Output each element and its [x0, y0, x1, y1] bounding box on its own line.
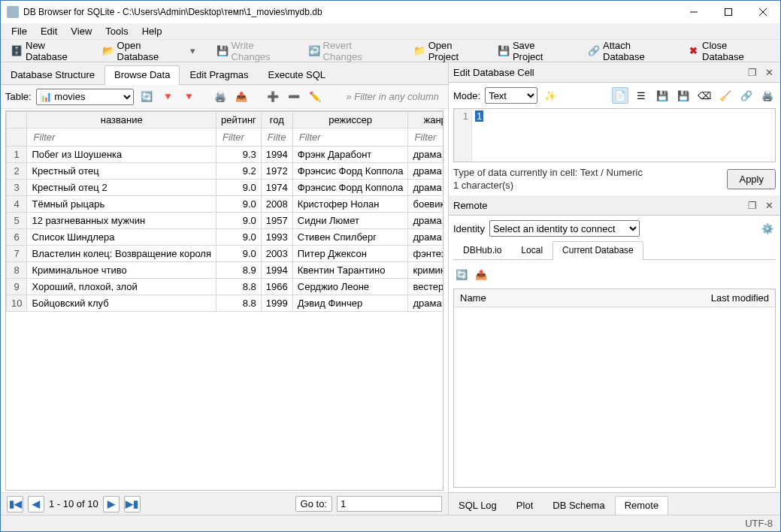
remote-close-button[interactable]: ✕ — [762, 198, 776, 212]
cell-director[interactable]: Кристофер Нолан — [292, 196, 408, 213]
cell-rating[interactable]: 8.9 — [216, 262, 261, 279]
revert-changes-button[interactable]: ↩️Revert Changes — [303, 37, 398, 65]
cell-director[interactable]: Фрэнсис Форд Коппола — [292, 180, 408, 196]
cell-year[interactable]: 1966 — [261, 279, 292, 295]
editcell-float-button[interactable]: ❐ — [746, 65, 759, 79]
goto-button[interactable]: Go to: — [295, 496, 332, 512]
import-button[interactable]: 💾 — [654, 87, 671, 104]
col-header-genre[interactable]: жанр — [408, 112, 443, 128]
cell-director[interactable]: Питер Джексон — [292, 246, 408, 262]
cell-year[interactable]: 1993 — [261, 229, 292, 246]
tab-local[interactable]: Local — [511, 241, 552, 260]
editcell-close-button[interactable]: ✕ — [762, 65, 776, 79]
table-row[interactable]: 3 Крестный отец 2 9.0 1974 Фрэнсис Форд … — [7, 180, 444, 196]
cell-year[interactable]: 1994 — [261, 262, 292, 279]
export-cell-button[interactable]: 💾 — [675, 87, 692, 104]
table-row[interactable]: 7 Властелин колец: Возвращение короля 9.… — [7, 246, 444, 262]
cell-year[interactable]: 1999 — [261, 295, 292, 312]
cell-name[interactable]: Хороший, плохой, злой — [27, 279, 216, 295]
copy-cell-button[interactable]: 🔗 — [738, 87, 755, 104]
save-project-button[interactable]: 💾Save Project — [492, 37, 572, 65]
table-row[interactable]: 9 Хороший, плохой, злой 8.8 1966 Серджио… — [7, 279, 444, 295]
table-select[interactable]: 📊 movies — [36, 89, 134, 105]
col-header-year[interactable]: год — [261, 112, 292, 128]
filter-year[interactable] — [266, 131, 288, 144]
cell-rating[interactable]: 9.0 — [216, 229, 261, 246]
filter-director[interactable] — [298, 131, 404, 144]
minimize-button[interactable] — [677, 1, 711, 23]
cell-genre[interactable]: криминал — [408, 262, 443, 279]
maximize-button[interactable] — [711, 1, 746, 23]
cell-year[interactable]: 1972 — [261, 163, 292, 180]
tab-dbhub[interactable]: DBHub.io — [453, 241, 511, 260]
close-window-button[interactable] — [746, 1, 780, 23]
insert-row-button[interactable]: ➕ — [265, 89, 281, 105]
new-database-button[interactable]: 🗄️New Database — [5, 37, 94, 65]
print-cell-button[interactable]: 🖨️ — [759, 87, 776, 104]
tab-browse-data[interactable]: Browse Data — [104, 65, 180, 85]
cell-rating[interactable]: 9.0 — [216, 246, 261, 262]
cell-genre[interactable]: боевик — [408, 196, 443, 213]
filter-rating[interactable] — [221, 131, 256, 144]
cell-year[interactable]: 2008 — [261, 196, 292, 213]
col-name[interactable]: Name — [454, 289, 705, 307]
cell-year[interactable]: 1974 — [261, 180, 292, 196]
cell-year[interactable]: 1994 — [261, 147, 292, 163]
col-modified[interactable]: Last modified — [705, 289, 775, 307]
cell-rating[interactable]: 9.3 — [216, 147, 261, 163]
tab-database-structure[interactable]: Database Structure — [1, 65, 104, 85]
cell-name[interactable]: Побег из Шоушенка — [27, 147, 216, 163]
table-row[interactable]: 6 Список Шиндлера 9.0 1993 Стивен Спилбе… — [7, 229, 444, 246]
cell-rating[interactable]: 8.8 — [216, 295, 261, 312]
cell-name[interactable]: Список Шиндлера — [27, 229, 216, 246]
tab-edit-pragmas[interactable]: Edit Pragmas — [180, 65, 258, 85]
save-filter-button[interactable]: 🔻 — [180, 89, 197, 105]
open-database-button[interactable]: 📂Open Database▾ — [97, 37, 201, 65]
close-database-button[interactable]: ✖Close Database — [682, 37, 776, 65]
tab-db-schema[interactable]: DB Schema — [543, 496, 614, 515]
cell-rating[interactable]: 8.8 — [216, 279, 261, 295]
table-row[interactable]: 5 12 разгневанных мужчин 9.0 1957 Сидни … — [7, 213, 444, 229]
auto-format-button[interactable]: ✨ — [542, 87, 559, 104]
cell-name[interactable]: Бойцовский клуб — [27, 295, 216, 312]
cell-director[interactable]: Стивен Спилберг — [292, 229, 408, 246]
cell-genre[interactable]: драма — [408, 213, 443, 229]
cell-name[interactable]: Криминальное чтиво — [27, 262, 216, 279]
cell-director[interactable]: Квентин Тарантино — [292, 262, 408, 279]
first-page-button[interactable]: ▮◀ — [7, 496, 23, 512]
cell-genre[interactable]: фэнтези — [408, 246, 443, 262]
apply-button[interactable]: Apply — [727, 169, 776, 189]
edit-cell-button[interactable]: ✏️ — [307, 89, 323, 105]
prev-page-button[interactable]: ◀ — [28, 496, 44, 512]
filter-name[interactable] — [32, 131, 211, 144]
cell-name[interactable]: Тёмный рыцарь — [27, 196, 216, 213]
erase-button[interactable]: 🧹 — [717, 87, 734, 104]
table-row[interactable]: 2 Крестный отец 9.2 1972 Фрэнсис Форд Ко… — [7, 163, 444, 180]
cell-content[interactable]: 1 — [472, 109, 775, 162]
identity-settings-button[interactable]: ⚙️ — [759, 220, 776, 237]
clear-filters-button[interactable]: 🔻 — [159, 89, 176, 105]
cell-rating[interactable]: 9.0 — [216, 213, 261, 229]
identity-select[interactable]: Select an identity to connect — [489, 220, 640, 237]
cell-year[interactable]: 1957 — [261, 213, 292, 229]
cell-name[interactable]: Крестный отец — [27, 163, 216, 180]
filter-genre[interactable] — [413, 131, 443, 144]
cell-rating[interactable]: 9.0 — [216, 196, 261, 213]
delete-row-button[interactable]: ➖ — [286, 89, 302, 105]
remote-list[interactable]: Name Last modified — [453, 289, 776, 488]
goto-input[interactable] — [337, 496, 442, 512]
export-button[interactable]: 📤 — [233, 89, 250, 105]
tab-current-database[interactable]: Current Database — [552, 241, 643, 260]
open-project-button[interactable]: 📁Open Project — [408, 37, 489, 65]
table-row[interactable]: 4 Тёмный рыцарь 9.0 2008 Кристофер Нолан… — [7, 196, 444, 213]
cell-name[interactable]: Властелин колец: Возвращение короля — [27, 246, 216, 262]
table-row[interactable]: 10 Бойцовский клуб 8.8 1999 Дэвид Финчер… — [7, 295, 444, 312]
tab-remote[interactable]: Remote — [615, 496, 669, 515]
cell-genre[interactable]: драма — [408, 163, 443, 180]
set-null-button[interactable]: ⌫ — [696, 87, 713, 104]
cell-genre[interactable]: драма — [408, 229, 443, 246]
cell-name[interactable]: 12 разгневанных мужчин — [27, 213, 216, 229]
text-mode-button[interactable]: 📄 — [612, 87, 628, 104]
cell-director[interactable]: Сидни Люмет — [292, 213, 408, 229]
filter-any-label[interactable]: » Filter in any column — [341, 91, 443, 102]
